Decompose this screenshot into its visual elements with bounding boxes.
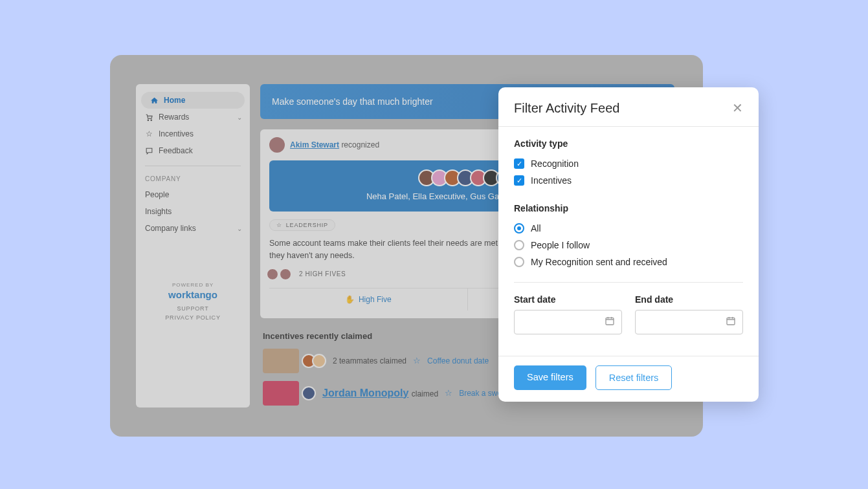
radio-icon <box>514 223 524 234</box>
badge-label: LEADERSHIP <box>286 222 328 228</box>
radio-label: People I follow <box>531 240 590 250</box>
user-link[interactable]: Jordan Monopoly <box>322 387 408 398</box>
star-icon: ☆ <box>145 130 153 138</box>
start-date-input[interactable] <box>514 310 622 334</box>
privacy-link[interactable]: PRIVACY POLICY <box>136 314 250 321</box>
divider <box>514 282 743 283</box>
incentive-link[interactable]: Coffee donut date <box>427 356 489 365</box>
incentives-title: Incentives recently claimed <box>263 331 372 341</box>
high-five-button[interactable]: ✋ High Five <box>269 288 468 310</box>
brand-logo: worktango <box>136 289 250 300</box>
post-author-text: Akim Stewart recognized <box>290 140 379 149</box>
radio-icon <box>514 240 524 250</box>
star-icon: ☆ <box>276 222 282 228</box>
nav-incentives[interactable]: ☆ Incentives <box>136 125 250 142</box>
hand-icon: ✋ <box>345 295 355 304</box>
company-item-label: People <box>145 190 169 199</box>
radio-icon <box>514 257 524 267</box>
divider <box>145 166 241 166</box>
nav-label: Rewards <box>159 113 189 122</box>
svg-point-0 <box>148 120 149 121</box>
chevron-down-icon: ⌄ <box>237 225 242 232</box>
sidebar: Home Rewards ⌄ ☆ Incentives Feedback COM… <box>136 84 250 408</box>
nav-label: Incentives <box>159 129 194 138</box>
save-filters-button[interactable]: Save filters <box>514 365 586 390</box>
claimers <box>306 386 316 400</box>
start-date-label: Start date <box>514 294 622 305</box>
avatar <box>312 354 326 368</box>
checkbox-icon: ✓ <box>514 158 524 169</box>
radio-follow[interactable]: People I follow <box>514 237 743 254</box>
claimers <box>306 354 326 368</box>
star-icon: ☆ <box>445 388 452 398</box>
calendar-icon <box>726 316 736 329</box>
radio-my-recognition[interactable]: My Recognition sent and received <box>514 254 743 270</box>
nav-label: Feedback <box>159 146 193 155</box>
star-icon: ☆ <box>413 356 421 365</box>
activity-type-label: Activity type <box>514 138 743 149</box>
company-header: COMPANY <box>136 173 250 186</box>
nav-rewards[interactable]: Rewards ⌄ <box>136 109 250 125</box>
chat-icon <box>145 147 153 155</box>
avatar <box>267 268 278 280</box>
company-item-label: Insights <box>145 207 172 216</box>
powered-by: POWERED BY <box>136 282 250 288</box>
checkbox-label: Recognition <box>531 158 579 169</box>
leadership-badge: ☆ LEADERSHIP <box>269 219 335 231</box>
calendar-icon <box>605 316 615 329</box>
cart-icon <box>145 113 153 122</box>
incentive-thumb <box>263 381 299 406</box>
svg-rect-2 <box>606 318 614 325</box>
close-icon[interactable]: ✕ <box>732 100 743 116</box>
end-date-label: End date <box>635 294 743 305</box>
checkbox-incentives[interactable]: ✓ Incentives <box>514 172 743 189</box>
modal-footer: Save filters Reset filters <box>498 356 759 402</box>
high-five-count: 2 HIGH FIVES <box>299 270 346 277</box>
chevron-down-icon: ⌄ <box>237 114 242 121</box>
company-links[interactable]: Company links ⌄ <box>136 220 250 237</box>
reset-filters-button[interactable]: Reset filters <box>595 365 673 390</box>
radio-label: My Recognition sent and received <box>531 257 667 267</box>
checkbox-recognition[interactable]: ✓ Recognition <box>514 155 743 172</box>
company-people[interactable]: People <box>136 186 250 203</box>
action-label: High Five <box>359 295 392 304</box>
company-item-label: Company links <box>145 224 196 233</box>
radio-label: All <box>531 223 541 234</box>
nav-label: Home <box>164 96 185 105</box>
modal-body: Activity type ✓ Recognition ✓ Incentives… <box>498 127 759 356</box>
author-link[interactable]: Akim Stewart <box>290 140 339 149</box>
nav-feedback[interactable]: Feedback <box>136 142 250 159</box>
avatar <box>280 268 291 280</box>
author-avatar <box>269 137 285 153</box>
claimed-verb: claimed <box>412 389 438 398</box>
checkbox-label: Incentives <box>531 175 572 186</box>
company-insights[interactable]: Insights <box>136 203 250 220</box>
support-link[interactable]: SUPPORT <box>136 305 250 312</box>
nav-home[interactable]: Home <box>141 92 245 109</box>
modal-header: Filter Activity Feed ✕ <box>498 87 759 127</box>
date-range: Start date End date <box>514 294 743 334</box>
post-verb: recognized <box>341 140 379 149</box>
incentive-thumb <box>263 349 299 373</box>
incentive-text: 2 teammates claimed <box>333 356 406 365</box>
radio-all[interactable]: All <box>514 220 743 237</box>
relationship-label: Relationship <box>514 203 743 213</box>
incentive-text: Jordan Monopoly claimed <box>322 387 438 399</box>
modal-title: Filter Activity Feed <box>514 101 619 116</box>
home-icon <box>150 96 159 105</box>
svg-rect-3 <box>727 318 735 325</box>
filter-modal: Filter Activity Feed ✕ Activity type ✓ R… <box>498 87 759 402</box>
svg-point-1 <box>151 120 152 121</box>
end-date-input[interactable] <box>635 310 743 334</box>
banner-text: Make someone's day that much brighter <box>272 96 433 107</box>
avatar <box>302 386 316 400</box>
checkbox-icon: ✓ <box>514 175 524 186</box>
